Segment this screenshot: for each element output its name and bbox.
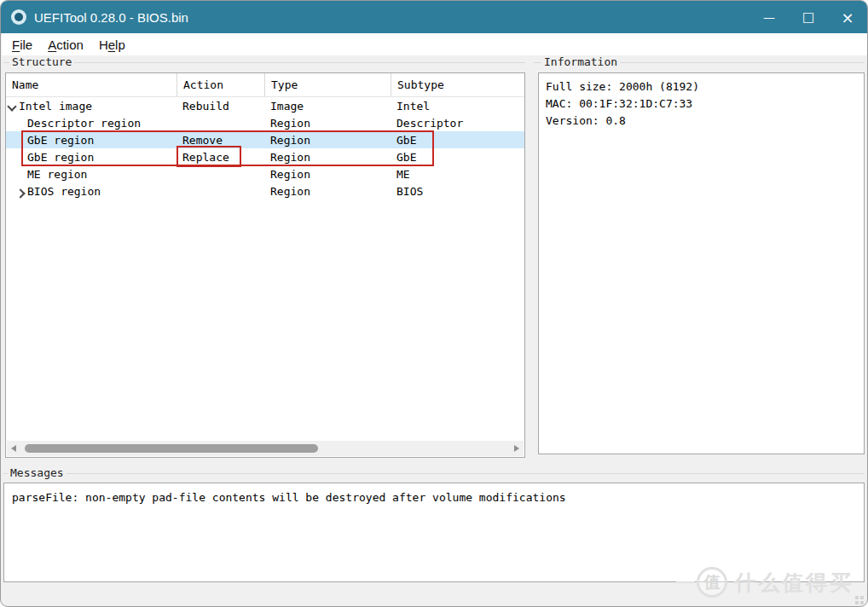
menu-action[interactable]: Action: [40, 36, 91, 54]
info-version: Version: 0.8: [546, 113, 864, 130]
tree-row-gbe-region-replace[interactable]: GbE region Replace Region GbE: [6, 148, 524, 165]
tree-row-intel-image[interactable]: Intel image Rebuild Image Intel: [6, 97, 524, 114]
scrollbar-thumb[interactable]: [25, 444, 318, 453]
messages-group-label: Messages: [8, 467, 67, 479]
info-full-size: Full size: 2000h (8192): [546, 78, 864, 95]
tree-header-row: Name Action Type Subtype: [6, 73, 524, 97]
close-icon: ×: [841, 9, 854, 26]
window-controls: — □ ×: [749, 1, 867, 33]
minimize-icon: —: [763, 10, 775, 24]
tree-row-me-region[interactable]: ME region Region ME: [6, 165, 524, 182]
menu-file[interactable]: File: [4, 36, 40, 54]
structure-group-label: Structure: [9, 56, 74, 68]
menu-help[interactable]: Help: [91, 36, 133, 54]
column-header-name[interactable]: Name: [6, 78, 176, 91]
column-header-type[interactable]: Type: [264, 73, 391, 96]
scroll-left-arrow-icon: [11, 445, 16, 452]
scroll-left-button[interactable]: [7, 441, 20, 456]
column-header-subtype[interactable]: Subtype: [391, 73, 524, 96]
scroll-right-arrow-icon: [514, 445, 519, 452]
tree-row-bios-region[interactable]: BIOS region Region BIOS: [6, 182, 524, 199]
minimize-button[interactable]: —: [749, 1, 789, 33]
uefitool-app-icon: [11, 9, 26, 25]
collapse-arrow-icon[interactable]: [15, 188, 25, 198]
tree-row-descriptor-region[interactable]: Descriptor region Region Descriptor: [6, 114, 524, 131]
column-header-action[interactable]: Action: [176, 73, 264, 96]
window-title: UEFITool 0.28.0 - BIOS.bin: [34, 10, 188, 25]
messages-panel: parseFile: non-empty pad-file contents w…: [3, 483, 865, 582]
structure-groupbox-line: [3, 62, 525, 63]
scroll-right-button[interactable]: [510, 441, 524, 456]
title-bar: UEFITool 0.28.0 - BIOS.bin — □ ×: [1, 1, 867, 33]
structure-tree-panel: Name Action Type Subtype Intel image Reb…: [5, 72, 525, 458]
uefitool-window: UEFITool 0.28.0 - BIOS.bin — □ × File Ac…: [0, 0, 868, 607]
scrollbar-track[interactable]: [20, 441, 510, 456]
menu-bar: File Action Help: [2, 33, 868, 55]
info-mac: MAC: 00:1F:32:1D:C7:33: [546, 95, 864, 113]
maximize-icon: □: [802, 9, 814, 25]
expand-arrow-icon[interactable]: [7, 101, 16, 111]
information-panel: Full size: 2000h (8192) MAC: 00:1F:32:1D…: [538, 72, 865, 454]
message-parsefile-warning[interactable]: parseFile: non-empty pad-file contents w…: [12, 489, 864, 506]
tree-row-gbe-region-selected[interactable]: GbE region Remove Region GbE: [6, 131, 524, 148]
horizontal-scrollbar[interactable]: [7, 441, 524, 456]
close-button[interactable]: ×: [828, 1, 867, 33]
messages-groupbox-line: [3, 473, 865, 474]
watermark-pixel-icon: [855, 596, 864, 604]
information-group-label: Information: [541, 56, 620, 68]
maximize-button[interactable]: □: [789, 1, 828, 33]
